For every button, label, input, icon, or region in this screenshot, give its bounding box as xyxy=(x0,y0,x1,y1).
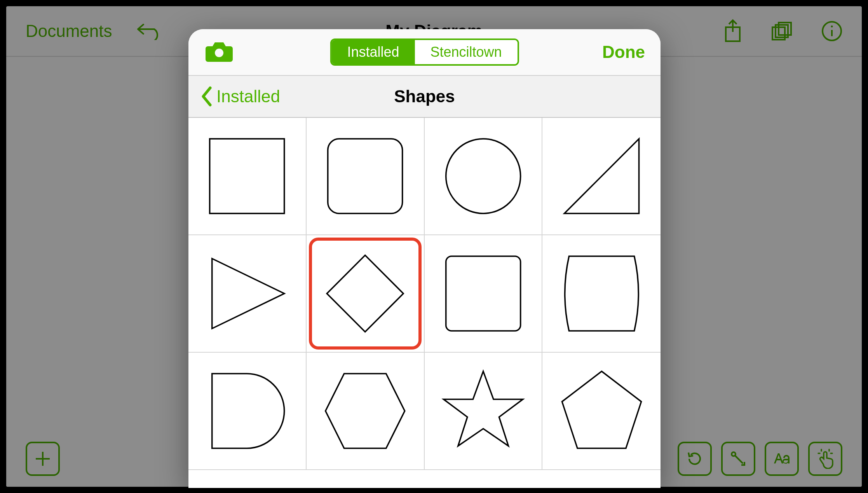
tab-stenciltown[interactable]: Stenciltown xyxy=(415,40,517,64)
shape-square[interactable] xyxy=(188,118,307,235)
shape-rounded-square-large[interactable] xyxy=(425,235,543,353)
shape-star[interactable] xyxy=(425,353,543,470)
shape-diamond[interactable] xyxy=(307,235,425,353)
svg-rect-8 xyxy=(328,139,403,213)
shapes-grid xyxy=(188,118,661,488)
camera-icon[interactable] xyxy=(204,40,234,64)
shape-circle[interactable] xyxy=(425,118,543,235)
shape-d-shape[interactable] xyxy=(188,353,307,470)
panel-title: Shapes xyxy=(394,87,455,106)
shapes-popover: Installed Stenciltown Done Installed Sha… xyxy=(188,29,661,488)
back-label: Installed xyxy=(216,87,280,106)
popover-subheader: Installed Shapes xyxy=(188,76,661,118)
shape-rounded-rectangle[interactable] xyxy=(307,118,425,235)
shape-barrel[interactable] xyxy=(542,235,661,353)
shape-triangle-right[interactable] xyxy=(188,235,307,353)
done-button[interactable]: Done xyxy=(602,42,645,62)
svg-rect-10 xyxy=(446,256,520,331)
svg-rect-7 xyxy=(210,139,284,213)
svg-point-9 xyxy=(446,139,520,213)
tab-installed[interactable]: Installed xyxy=(331,40,415,64)
tab-segment: Installed Stenciltown xyxy=(330,38,519,66)
shape-right-triangle[interactable] xyxy=(542,118,661,235)
shape-pentagon[interactable] xyxy=(542,353,661,470)
back-button[interactable]: Installed xyxy=(188,86,280,107)
popover-header: Installed Stenciltown Done xyxy=(188,29,661,76)
shape-hexagon[interactable] xyxy=(307,353,425,470)
